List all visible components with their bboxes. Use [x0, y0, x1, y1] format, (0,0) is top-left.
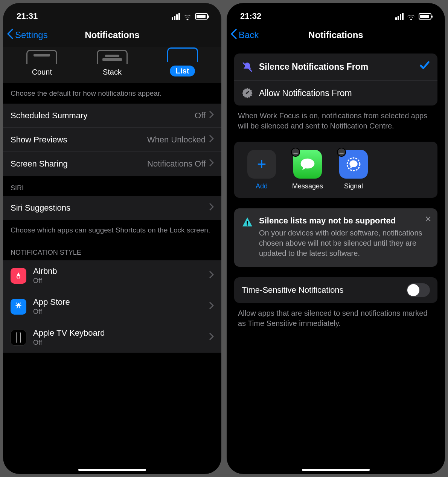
- cellular-icon: [172, 13, 180, 20]
- status-time: 21:31: [17, 11, 38, 21]
- row-show-previews[interactable]: Show Previews When Unlocked: [3, 128, 221, 152]
- row-label: Allow Notifications From: [259, 88, 352, 98]
- warning-icon: [242, 217, 253, 228]
- time-sensitive-footer: Allow apps that are silenced to send not…: [227, 303, 445, 351]
- chevron-right-icon: [209, 135, 214, 145]
- row-screen-sharing[interactable]: Screen Sharing Notifications Off: [3, 152, 221, 176]
- notification-settings-group: Scheduled Summary Off Show Previews When…: [3, 104, 221, 176]
- wifi-icon: [183, 13, 192, 20]
- row-value: When Unlocked: [147, 135, 206, 145]
- row-allow-from[interactable]: Allow Notifications From: [234, 81, 437, 105]
- warning-message: On your devices with older software, not…: [259, 228, 430, 258]
- add-label: Add: [256, 182, 268, 190]
- back-button[interactable]: Settings: [7, 29, 48, 41]
- display-as-stack[interactable]: Stack: [97, 50, 128, 76]
- svg-rect-2: [247, 221, 248, 224]
- app-tile-signal[interactable]: – Signal: [337, 150, 370, 190]
- warning-card: ✕ Silence lists may not be supported On …: [234, 208, 437, 267]
- display-as-count-label: Count: [32, 68, 52, 76]
- bell-slash-icon: [242, 61, 253, 73]
- left-screenshot: 21:31 Settings Notifications Count Stack: [3, 3, 221, 474]
- notification-style-list: Airbnb Off App Store Off: [3, 260, 221, 353]
- close-icon[interactable]: ✕: [425, 214, 431, 224]
- battery-icon: [419, 13, 431, 20]
- remove-app-button[interactable]: –: [291, 148, 300, 157]
- row-silence-from[interactable]: Silence Notifications From: [234, 54, 437, 81]
- chevron-right-icon: [209, 333, 214, 342]
- chevron-right-icon: [209, 302, 214, 312]
- right-screenshot: 21:32 Back Notifications Silence Notific…: [227, 3, 445, 474]
- add-app-button[interactable]: + Add: [245, 150, 279, 190]
- display-as-picker: Count Stack List: [3, 47, 221, 83]
- selected-apps-group: + Add – Messages – Signal: [234, 142, 437, 198]
- messages-icon: –: [293, 150, 322, 179]
- row-value: Notifications Off: [147, 159, 206, 169]
- app-sub: Off: [33, 339, 105, 347]
- back-label: Settings: [15, 30, 48, 40]
- siri-group: Siri Suggestions: [3, 196, 221, 220]
- chevron-right-icon: [209, 271, 214, 281]
- app-tile-label: Messages: [292, 182, 323, 190]
- time-sensitive-switch[interactable]: [407, 283, 430, 297]
- row-label: Siri Suggestions: [11, 203, 70, 213]
- appstore-icon: [11, 299, 26, 315]
- status-bar: 21:32: [227, 3, 445, 24]
- mode-group: Silence Notifications From Allow Notific…: [234, 54, 437, 105]
- signal-icon: –: [339, 150, 368, 179]
- checkmark-icon: [419, 60, 430, 73]
- chevron-right-icon: [209, 111, 214, 121]
- section-header-style: NOTIFICATION STYLE: [3, 240, 221, 260]
- display-as-footer: Choose the default for how notifications…: [3, 83, 221, 104]
- app-tile-label: Signal: [344, 182, 363, 190]
- app-name: Airbnb: [33, 266, 57, 276]
- row-label: Show Previews: [11, 135, 67, 145]
- row-label: Time-Sensitive Notifications: [242, 285, 344, 295]
- back-button[interactable]: Back: [230, 29, 259, 41]
- checkmark-seal-icon: [242, 87, 253, 99]
- app-name: App Store: [33, 297, 70, 307]
- app-tile-messages[interactable]: – Messages: [291, 150, 325, 190]
- back-label: Back: [239, 30, 259, 40]
- home-indicator[interactable]: [302, 469, 370, 471]
- row-label: Screen Sharing: [11, 159, 68, 169]
- app-row-appletvkeyboard[interactable]: Apple TV Keyboard Off: [3, 322, 221, 353]
- chevron-right-icon: [209, 203, 214, 213]
- chevron-left-icon: [230, 29, 237, 41]
- stack-graphic: [97, 50, 128, 64]
- display-as-count[interactable]: Count: [26, 50, 57, 76]
- nav-bar: Back Notifications: [227, 24, 445, 47]
- home-indicator[interactable]: [78, 469, 146, 471]
- warning-title: Silence lists may not be supported: [259, 216, 430, 226]
- status-right: [395, 13, 431, 20]
- display-as-list[interactable]: List: [167, 47, 198, 76]
- plus-icon: +: [247, 150, 276, 179]
- wifi-icon: [407, 13, 416, 20]
- row-value: Off: [195, 111, 206, 121]
- chevron-right-icon: [209, 159, 214, 169]
- app-sub: Off: [33, 308, 70, 316]
- app-name: Apple TV Keyboard: [33, 328, 105, 338]
- count-graphic: [26, 50, 57, 64]
- chevron-left-icon: [7, 29, 14, 41]
- display-as-list-label: List: [170, 66, 195, 76]
- row-scheduled-summary[interactable]: Scheduled Summary Off: [3, 104, 221, 128]
- remove-app-button[interactable]: –: [337, 148, 346, 157]
- tvremote-icon: [11, 330, 26, 346]
- app-sub: Off: [33, 277, 57, 285]
- row-label: Scheduled Summary: [11, 111, 87, 121]
- status-time: 21:32: [240, 11, 261, 21]
- app-row-appstore[interactable]: App Store Off: [3, 291, 221, 322]
- row-time-sensitive: Time-Sensitive Notifications: [234, 277, 437, 303]
- status-right: [172, 13, 208, 20]
- cellular-icon: [395, 13, 404, 20]
- list-graphic: [167, 47, 198, 62]
- mode-footer: When Work Focus is on, notifications fro…: [227, 105, 445, 131]
- svg-point-3: [247, 224, 248, 226]
- status-bar: 21:31: [3, 3, 221, 24]
- row-siri-suggestions[interactable]: Siri Suggestions: [3, 196, 221, 220]
- app-row-airbnb[interactable]: Airbnb Off: [3, 260, 221, 291]
- page-title: Notifications: [227, 30, 445, 40]
- airbnb-icon: [11, 268, 26, 284]
- nav-bar: Settings Notifications: [3, 24, 221, 47]
- row-label: Silence Notifications From: [259, 62, 368, 72]
